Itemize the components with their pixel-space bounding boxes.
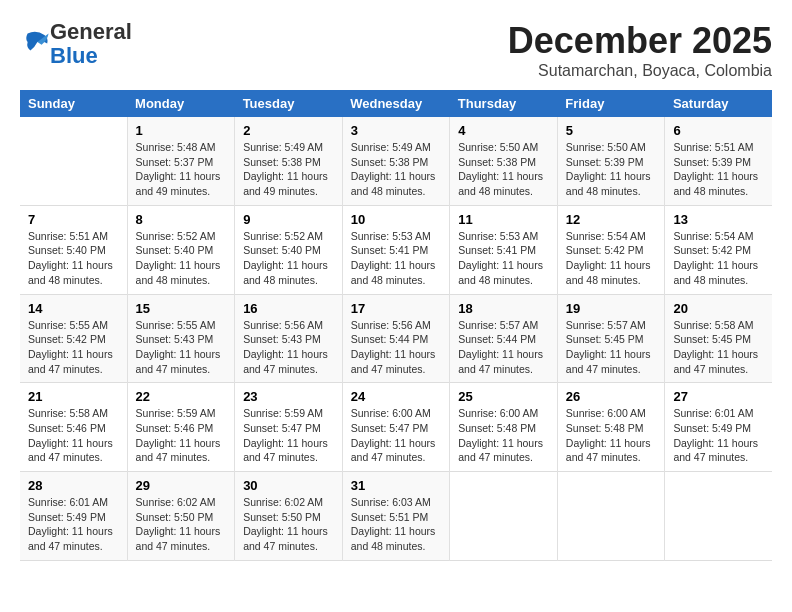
day-info: Sunrise: 5:54 AM Sunset: 5:42 PM Dayligh…: [566, 229, 657, 288]
calendar-cell: 9Sunrise: 5:52 AM Sunset: 5:40 PM Daylig…: [235, 205, 343, 294]
location-subtitle: Sutamarchan, Boyaca, Colombia: [508, 62, 772, 80]
day-info: Sunrise: 6:00 AM Sunset: 5:48 PM Dayligh…: [566, 406, 657, 465]
calendar-table: Sunday Monday Tuesday Wednesday Thursday…: [20, 90, 772, 561]
day-info: Sunrise: 5:55 AM Sunset: 5:42 PM Dayligh…: [28, 318, 119, 377]
logo-bird-icon: [22, 28, 50, 56]
day-info: Sunrise: 5:48 AM Sunset: 5:37 PM Dayligh…: [136, 140, 227, 199]
day-number: 28: [28, 478, 119, 493]
calendar-cell: [557, 472, 665, 561]
calendar-cell: 2Sunrise: 5:49 AM Sunset: 5:38 PM Daylig…: [235, 117, 343, 205]
day-info: Sunrise: 6:03 AM Sunset: 5:51 PM Dayligh…: [351, 495, 442, 554]
col-thursday: Thursday: [450, 90, 558, 117]
calendar-cell: 29Sunrise: 6:02 AM Sunset: 5:50 PM Dayli…: [127, 472, 235, 561]
calendar-cell: 11Sunrise: 5:53 AM Sunset: 5:41 PM Dayli…: [450, 205, 558, 294]
calendar-week-row: 14Sunrise: 5:55 AM Sunset: 5:42 PM Dayli…: [20, 294, 772, 383]
day-number: 31: [351, 478, 442, 493]
day-info: Sunrise: 5:58 AM Sunset: 5:46 PM Dayligh…: [28, 406, 119, 465]
calendar-cell: 8Sunrise: 5:52 AM Sunset: 5:40 PM Daylig…: [127, 205, 235, 294]
day-info: Sunrise: 5:49 AM Sunset: 5:38 PM Dayligh…: [351, 140, 442, 199]
day-number: 4: [458, 123, 549, 138]
day-number: 24: [351, 389, 442, 404]
day-info: Sunrise: 6:01 AM Sunset: 5:49 PM Dayligh…: [28, 495, 119, 554]
header-row: Sunday Monday Tuesday Wednesday Thursday…: [20, 90, 772, 117]
calendar-week-row: 7Sunrise: 5:51 AM Sunset: 5:40 PM Daylig…: [20, 205, 772, 294]
calendar-cell: 15Sunrise: 5:55 AM Sunset: 5:43 PM Dayli…: [127, 294, 235, 383]
calendar-cell: 25Sunrise: 6:00 AM Sunset: 5:48 PM Dayli…: [450, 383, 558, 472]
month-title: December 2025: [508, 20, 772, 62]
day-number: 17: [351, 301, 442, 316]
day-info: Sunrise: 5:53 AM Sunset: 5:41 PM Dayligh…: [458, 229, 549, 288]
calendar-cell: 20Sunrise: 5:58 AM Sunset: 5:45 PM Dayli…: [665, 294, 772, 383]
day-info: Sunrise: 5:50 AM Sunset: 5:39 PM Dayligh…: [566, 140, 657, 199]
calendar-cell: 5Sunrise: 5:50 AM Sunset: 5:39 PM Daylig…: [557, 117, 665, 205]
day-number: 13: [673, 212, 764, 227]
col-tuesday: Tuesday: [235, 90, 343, 117]
day-number: 27: [673, 389, 764, 404]
calendar-cell: 16Sunrise: 5:56 AM Sunset: 5:43 PM Dayli…: [235, 294, 343, 383]
day-number: 9: [243, 212, 334, 227]
calendar-cell: 3Sunrise: 5:49 AM Sunset: 5:38 PM Daylig…: [342, 117, 450, 205]
calendar-cell: 14Sunrise: 5:55 AM Sunset: 5:42 PM Dayli…: [20, 294, 127, 383]
title-block: December 2025 Sutamarchan, Boyaca, Colom…: [508, 20, 772, 80]
col-friday: Friday: [557, 90, 665, 117]
day-info: Sunrise: 5:54 AM Sunset: 5:42 PM Dayligh…: [673, 229, 764, 288]
calendar-cell: [450, 472, 558, 561]
day-info: Sunrise: 5:59 AM Sunset: 5:47 PM Dayligh…: [243, 406, 334, 465]
day-info: Sunrise: 6:00 AM Sunset: 5:47 PM Dayligh…: [351, 406, 442, 465]
calendar-cell: 30Sunrise: 6:02 AM Sunset: 5:50 PM Dayli…: [235, 472, 343, 561]
day-info: Sunrise: 5:49 AM Sunset: 5:38 PM Dayligh…: [243, 140, 334, 199]
calendar-cell: 4Sunrise: 5:50 AM Sunset: 5:38 PM Daylig…: [450, 117, 558, 205]
day-number: 26: [566, 389, 657, 404]
day-number: 23: [243, 389, 334, 404]
calendar-cell: [20, 117, 127, 205]
day-info: Sunrise: 5:53 AM Sunset: 5:41 PM Dayligh…: [351, 229, 442, 288]
day-info: Sunrise: 5:50 AM Sunset: 5:38 PM Dayligh…: [458, 140, 549, 199]
day-info: Sunrise: 5:55 AM Sunset: 5:43 PM Dayligh…: [136, 318, 227, 377]
calendar-week-row: 21Sunrise: 5:58 AM Sunset: 5:46 PM Dayli…: [20, 383, 772, 472]
day-number: 29: [136, 478, 227, 493]
day-info: Sunrise: 6:00 AM Sunset: 5:48 PM Dayligh…: [458, 406, 549, 465]
calendar-cell: 27Sunrise: 6:01 AM Sunset: 5:49 PM Dayli…: [665, 383, 772, 472]
day-info: Sunrise: 5:51 AM Sunset: 5:40 PM Dayligh…: [28, 229, 119, 288]
day-number: 19: [566, 301, 657, 316]
day-info: Sunrise: 6:02 AM Sunset: 5:50 PM Dayligh…: [136, 495, 227, 554]
day-number: 30: [243, 478, 334, 493]
calendar-week-row: 28Sunrise: 6:01 AM Sunset: 5:49 PM Dayli…: [20, 472, 772, 561]
calendar-cell: 26Sunrise: 6:00 AM Sunset: 5:48 PM Dayli…: [557, 383, 665, 472]
day-number: 18: [458, 301, 549, 316]
col-sunday: Sunday: [20, 90, 127, 117]
calendar-cell: 22Sunrise: 5:59 AM Sunset: 5:46 PM Dayli…: [127, 383, 235, 472]
day-info: Sunrise: 5:56 AM Sunset: 5:44 PM Dayligh…: [351, 318, 442, 377]
logo-blue: Blue: [50, 44, 132, 68]
day-number: 22: [136, 389, 227, 404]
day-info: Sunrise: 5:57 AM Sunset: 5:45 PM Dayligh…: [566, 318, 657, 377]
day-info: Sunrise: 5:57 AM Sunset: 5:44 PM Dayligh…: [458, 318, 549, 377]
day-number: 20: [673, 301, 764, 316]
col-wednesday: Wednesday: [342, 90, 450, 117]
calendar-cell: 1Sunrise: 5:48 AM Sunset: 5:37 PM Daylig…: [127, 117, 235, 205]
day-number: 16: [243, 301, 334, 316]
col-saturday: Saturday: [665, 90, 772, 117]
day-number: 1: [136, 123, 227, 138]
day-info: Sunrise: 5:58 AM Sunset: 5:45 PM Dayligh…: [673, 318, 764, 377]
calendar-cell: 28Sunrise: 6:01 AM Sunset: 5:49 PM Dayli…: [20, 472, 127, 561]
logo: General Blue: [20, 20, 132, 68]
calendar-cell: 31Sunrise: 6:03 AM Sunset: 5:51 PM Dayli…: [342, 472, 450, 561]
day-number: 7: [28, 212, 119, 227]
day-info: Sunrise: 5:51 AM Sunset: 5:39 PM Dayligh…: [673, 140, 764, 199]
calendar-cell: 23Sunrise: 5:59 AM Sunset: 5:47 PM Dayli…: [235, 383, 343, 472]
logo-general: General: [50, 20, 132, 44]
day-number: 2: [243, 123, 334, 138]
calendar-cell: 24Sunrise: 6:00 AM Sunset: 5:47 PM Dayli…: [342, 383, 450, 472]
calendar-cell: 13Sunrise: 5:54 AM Sunset: 5:42 PM Dayli…: [665, 205, 772, 294]
calendar-cell: 7Sunrise: 5:51 AM Sunset: 5:40 PM Daylig…: [20, 205, 127, 294]
calendar-cell: [665, 472, 772, 561]
day-number: 10: [351, 212, 442, 227]
day-number: 21: [28, 389, 119, 404]
page-header: General Blue December 2025 Sutamarchan, …: [20, 20, 772, 80]
day-info: Sunrise: 5:56 AM Sunset: 5:43 PM Dayligh…: [243, 318, 334, 377]
day-number: 3: [351, 123, 442, 138]
calendar-cell: 6Sunrise: 5:51 AM Sunset: 5:39 PM Daylig…: [665, 117, 772, 205]
day-number: 25: [458, 389, 549, 404]
calendar-cell: 18Sunrise: 5:57 AM Sunset: 5:44 PM Dayli…: [450, 294, 558, 383]
